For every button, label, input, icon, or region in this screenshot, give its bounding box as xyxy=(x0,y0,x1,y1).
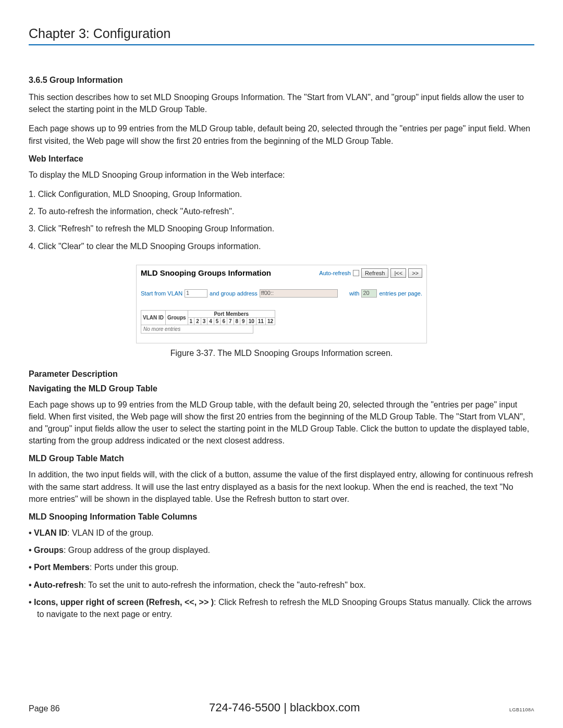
navigating-heading: Navigating the MLD Group Table xyxy=(29,384,534,393)
steps-list: 1. Click Configuration, MLD Snooping, Gr… xyxy=(29,188,534,252)
group-address-label: and group address xyxy=(210,290,258,297)
bullet-vlan-id-label: • VLAN ID xyxy=(29,528,67,537)
footer-model: LGB1108A xyxy=(509,707,534,712)
web-interface-heading: Web Interface xyxy=(29,154,534,164)
parameter-description-heading: Parameter Description xyxy=(29,369,534,379)
bullet-groups-label: • Groups xyxy=(29,546,64,554)
figure-caption: Figure 3-37. The MLD Snooping Groups Inf… xyxy=(29,349,534,358)
bullet-port-members-text: : Ports under this group. xyxy=(90,563,179,572)
bullet-autorefresh-label: • Auto-refresh xyxy=(29,581,83,589)
refresh-button[interactable]: Refresh xyxy=(361,268,389,278)
port-col: 8 xyxy=(234,317,240,325)
page-number: Page 86 xyxy=(29,704,60,713)
port-col: 7 xyxy=(227,317,234,325)
no-more-entries: No more entries xyxy=(141,325,253,334)
port-col: 10 xyxy=(247,317,256,325)
step-2: 2. To auto-refresh the information, chec… xyxy=(29,205,534,217)
entries-per-page-input[interactable]: 20 xyxy=(361,289,377,298)
port-col: 6 xyxy=(221,317,227,325)
footer-contact: 724-746-5500 | blackbox.com xyxy=(60,701,509,714)
bullet-port-members-label: • Port Members xyxy=(29,563,90,572)
step-3: 3. Click "Refresh" to refresh the MLD Sn… xyxy=(29,223,534,235)
start-vlan-input[interactable]: 1 xyxy=(185,289,207,298)
embedded-title: MLD Snooping Groups Information xyxy=(141,268,271,277)
group-address-input[interactable]: ff00:: xyxy=(260,289,338,298)
group-table: VLAN ID Groups Port Members 1 2 3 4 5 6 … xyxy=(141,310,275,325)
entries-per-page-label: entries per page. xyxy=(379,290,422,297)
navigating-text: Each page shows up to 99 entries from th… xyxy=(29,399,534,447)
section-heading: 3.6.5 Group Information xyxy=(29,76,534,85)
port-col: 12 xyxy=(265,317,275,325)
bullet-icons-label: • Icons, upper right of screen (Refresh,… xyxy=(29,598,214,607)
port-col: 11 xyxy=(256,317,265,325)
port-col: 4 xyxy=(207,317,214,325)
next-page-button[interactable]: >> xyxy=(408,268,422,278)
intro-paragraph-1: This section describes how to set MLD Sn… xyxy=(29,91,534,115)
embedded-screenshot: MLD Snooping Groups Information Auto-ref… xyxy=(136,265,427,343)
auto-refresh-label: Auto-refresh xyxy=(319,270,351,276)
prev-page-button[interactable]: |<< xyxy=(390,268,406,278)
bullet-groups-text: : Group address of the group displayed. xyxy=(64,546,210,554)
start-vlan-label: Start from VLAN xyxy=(141,290,182,297)
bullet-vlan-id-text: : VLAN ID of the group. xyxy=(67,528,153,537)
port-col: 3 xyxy=(201,317,207,325)
col-port-members: Port Members xyxy=(188,310,275,317)
intro-paragraph-2: Each page shows up to 99 entries from th… xyxy=(29,122,534,146)
columns-heading: MLD Snooping Information Table Columns xyxy=(29,512,534,522)
bullet-autorefresh-text: : To set the unit to auto-refresh the in… xyxy=(83,581,365,589)
port-col: 1 xyxy=(188,317,194,325)
col-vlan-id: VLAN ID xyxy=(141,310,166,325)
match-heading: MLD Group Table Match xyxy=(29,454,534,463)
auto-refresh-checkbox[interactable] xyxy=(353,270,359,276)
page-footer: Page 86 724-746-5500 | blackbox.com LGB1… xyxy=(29,701,534,714)
port-col: 5 xyxy=(214,317,221,325)
step-4: 4. Click "Clear" to clear the MLD Snoopi… xyxy=(29,240,534,252)
chapter-title: Chapter 3: Configuration xyxy=(29,26,534,45)
match-text: In addition, the two input fields will, … xyxy=(29,468,534,505)
with-label: with xyxy=(349,290,360,297)
port-col: 9 xyxy=(240,317,247,325)
col-groups: Groups xyxy=(166,310,188,325)
web-interface-lead: To display the MLD Snooping Group inform… xyxy=(29,169,534,181)
columns-bullets: • VLAN ID: VLAN ID of the group. • Group… xyxy=(29,527,534,620)
step-1: 1. Click Configuration, MLD Snooping, Gr… xyxy=(29,188,534,200)
port-col: 2 xyxy=(194,317,201,325)
